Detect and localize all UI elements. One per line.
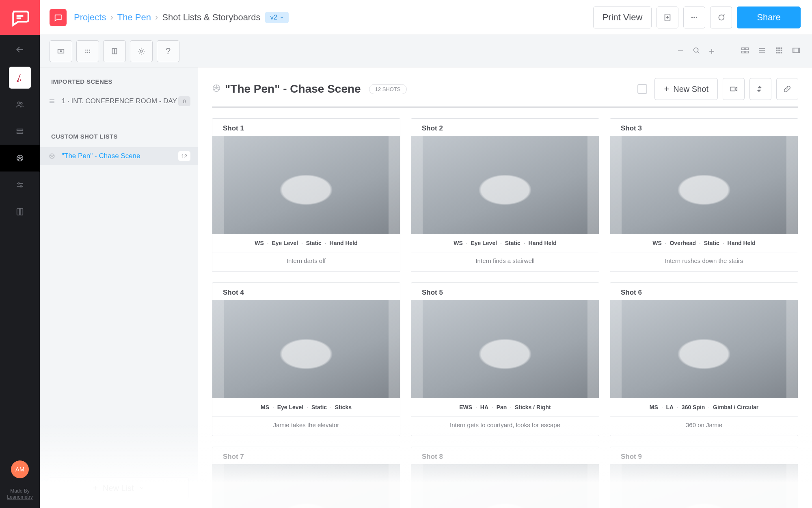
credit-link[interactable]: Leanometry xyxy=(7,494,32,500)
chevron-right-icon: › xyxy=(155,12,158,23)
shot-card[interactable]: Shot 9 xyxy=(610,447,798,508)
shot-card[interactable]: Shot 4 MS · Eye Level · Static · Sticks … xyxy=(212,282,400,436)
link-button[interactable] xyxy=(776,78,798,100)
view-board-button[interactable] xyxy=(741,46,749,56)
svg-rect-31 xyxy=(778,50,780,51)
svg-rect-35 xyxy=(781,52,782,53)
svg-point-7 xyxy=(20,186,22,187)
new-shot-button[interactable]: + New Shot xyxy=(654,78,718,100)
select-all-checkbox[interactable] xyxy=(637,84,647,94)
shot-frame[interactable] xyxy=(212,136,400,234)
shot-card[interactable]: Shot 5 EWS · HA · Pan · Sticks / Right I… xyxy=(411,282,599,436)
svg-point-21 xyxy=(140,50,143,52)
brand-logo[interactable] xyxy=(0,0,40,35)
stage: "The Pen" - Chase Scene 12 SHOTS + New S… xyxy=(198,67,812,508)
svg-point-22 xyxy=(694,48,698,52)
chevron-right-icon: › xyxy=(110,12,113,23)
shot-frame[interactable] xyxy=(212,464,400,508)
custom-list-count: 12 xyxy=(178,151,190,161)
scene-icon xyxy=(47,98,57,105)
breadcrumb-app-icon[interactable] xyxy=(50,9,67,26)
shot-frame[interactable] xyxy=(610,300,798,398)
tool-grid-button[interactable] xyxy=(76,40,99,62)
shot-card[interactable]: Shot 2 WS · Eye Level · Static · Hand He… xyxy=(411,118,599,272)
shot-label: Shot 5 xyxy=(411,283,599,300)
zoom-reset-button[interactable] xyxy=(692,46,701,56)
view-filmstrip-button[interactable] xyxy=(792,46,801,56)
imported-scene-row[interactable]: 1 · INT. CONFERENCE ROOM - DAY 0 xyxy=(40,92,198,110)
svg-point-6 xyxy=(18,183,19,185)
tool-help-button[interactable]: ? xyxy=(157,40,179,62)
shot-label: Shot 1 xyxy=(212,119,400,136)
zoom-in-button[interactable]: + xyxy=(709,46,715,57)
shot-label: Shot 2 xyxy=(411,119,599,136)
tool-columns-button[interactable] xyxy=(103,40,126,62)
more-button[interactable] xyxy=(683,7,705,28)
rail-item-storyboard[interactable] xyxy=(0,145,40,172)
breadcrumb-project[interactable]: The Pen xyxy=(117,12,151,23)
rail-item-settings[interactable] xyxy=(0,172,40,198)
shot-frame[interactable] xyxy=(411,464,599,508)
shot-frame[interactable] xyxy=(610,136,798,234)
tool-settings-button[interactable] xyxy=(130,40,153,62)
view-grid-button[interactable] xyxy=(775,46,784,56)
shot-label: Shot 8 xyxy=(411,447,599,464)
shot-meta: WS · Eye Level · Static · Hand Held xyxy=(212,234,400,252)
tool-aspect-button[interactable] xyxy=(50,40,72,62)
shot-count-pill: 12 SHOTS xyxy=(369,84,407,94)
shot-description: Intern rushes down the stairs xyxy=(610,252,798,271)
shot-label: Shot 3 xyxy=(610,119,798,136)
svg-point-19 xyxy=(89,52,90,53)
comments-button[interactable] xyxy=(710,7,732,28)
rail-item-team[interactable] xyxy=(0,91,40,118)
topbar: Projects › The Pen › Shot Lists & Storyb… xyxy=(40,0,812,35)
sidebar: IMPORTED SCENES 1 · INT. CONFERENCE ROOM… xyxy=(40,67,198,508)
shot-card[interactable]: Shot 3 WS · Overhead · Static · Hand Hel… xyxy=(610,118,798,272)
rail-item-docs[interactable] xyxy=(0,198,40,225)
shot-description: Intern darts off xyxy=(212,252,400,271)
shot-meta: MS · LA · 360 Spin · Gimbal / Circular xyxy=(610,398,798,416)
shot-frame[interactable] xyxy=(610,464,798,508)
rail-item-project[interactable] xyxy=(9,67,31,89)
print-view-button[interactable]: Print View xyxy=(593,7,652,28)
svg-point-1 xyxy=(18,102,20,104)
svg-rect-30 xyxy=(776,50,778,51)
shot-card[interactable]: Shot 8 xyxy=(411,447,599,508)
version-selector[interactable]: v2 xyxy=(265,12,289,23)
svg-point-14 xyxy=(85,49,86,50)
shot-card[interactable]: Shot 1 WS · Eye Level · Static · Hand He… xyxy=(212,118,400,272)
user-avatar[interactable]: AM xyxy=(11,460,29,478)
record-button[interactable] xyxy=(723,78,745,100)
new-list-button[interactable]: + New List xyxy=(49,477,189,499)
rail-item-lists[interactable] xyxy=(0,118,40,145)
svg-rect-33 xyxy=(776,52,778,53)
svg-rect-26 xyxy=(745,51,748,53)
share-button[interactable]: Share xyxy=(737,7,801,28)
view-list-button[interactable] xyxy=(758,46,767,56)
shot-label: Shot 4 xyxy=(212,283,400,300)
shot-description: Intern gets to courtyard, looks for esca… xyxy=(411,416,599,436)
svg-rect-24 xyxy=(745,48,748,50)
svg-rect-39 xyxy=(730,87,735,91)
shot-card[interactable]: Shot 6 MS · LA · 360 Spin · Gimbal / Cir… xyxy=(610,282,798,436)
custom-list-label: "The Pen" - Chase Scene xyxy=(62,152,178,160)
svg-rect-34 xyxy=(778,52,780,53)
scene-label: 1 · INT. CONFERENCE ROOM - DAY xyxy=(62,97,178,105)
download-button[interactable] xyxy=(657,7,678,28)
shot-label: Shot 7 xyxy=(212,447,400,464)
imported-scenes-header: IMPORTED SCENES xyxy=(40,78,198,85)
svg-point-9 xyxy=(691,17,693,18)
shot-frame[interactable] xyxy=(411,300,599,398)
shot-meta: WS · Overhead · Static · Hand Held xyxy=(610,234,798,252)
plus-icon: + xyxy=(664,84,669,94)
shot-card[interactable]: Shot 7 xyxy=(212,447,400,508)
zoom-out-button[interactable]: − xyxy=(678,45,684,57)
breadcrumb-projects[interactable]: Projects xyxy=(74,12,106,23)
shot-frame[interactable] xyxy=(411,136,599,234)
shot-frame[interactable] xyxy=(212,300,400,398)
custom-list-row[interactable]: "The Pen" - Chase Scene 12 xyxy=(40,147,198,165)
back-arrow[interactable] xyxy=(0,35,40,64)
svg-point-13 xyxy=(60,50,62,52)
svg-rect-27 xyxy=(776,47,778,49)
sort-button[interactable] xyxy=(749,78,771,100)
